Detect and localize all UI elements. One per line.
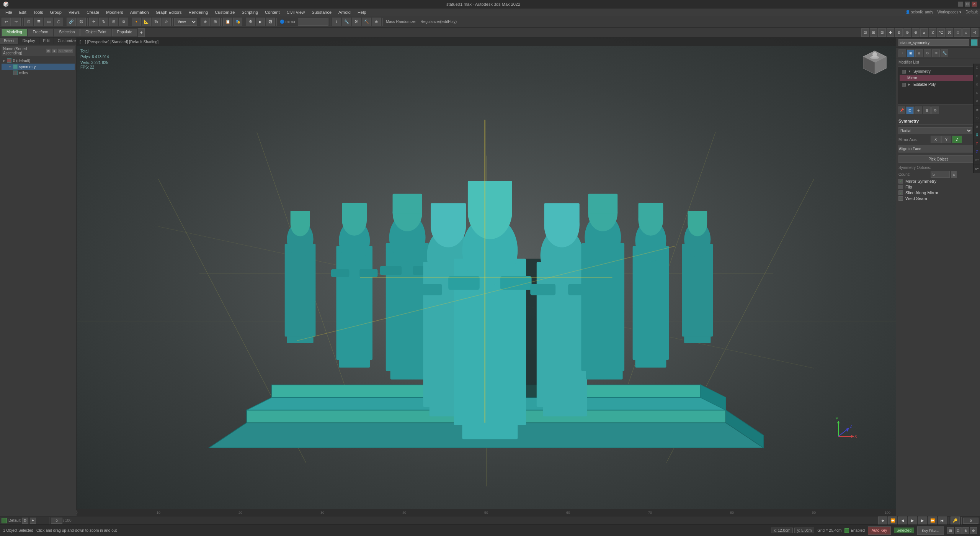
layer-settings-btn[interactable]: ⚙ <box>22 518 28 524</box>
select-object-btn[interactable]: ⊡ <box>24 18 33 26</box>
object-name-input[interactable] <box>898 39 969 46</box>
model-t1[interactable]: ⊡ <box>861 28 869 37</box>
menu-create[interactable]: Create <box>83 9 102 15</box>
modify-panel-btn[interactable]: ⊞ <box>907 49 915 57</box>
time-input[interactable] <box>963 518 978 524</box>
key-filter-btn[interactable]: Key Filter... <box>917 526 944 535</box>
configure-btn[interactable]: ⚙ <box>931 107 939 114</box>
fence-select-btn[interactable]: ⬡ <box>54 18 63 26</box>
layer-manager-btn[interactable]: 📋 <box>223 18 232 26</box>
menu-content[interactable]: Content <box>262 9 283 15</box>
menu-animation[interactable]: Animation <box>127 9 152 15</box>
remove-modifier-btn[interactable]: 🗑 <box>923 107 931 114</box>
angle-snap-btn[interactable]: 📐 <box>142 18 151 26</box>
maximize-button[interactable]: □ <box>965 2 970 7</box>
show-end-result-btn[interactable]: ⊡ <box>906 107 914 114</box>
unlink-btn[interactable]: ⛓ <box>77 18 86 26</box>
move-btn[interactable]: ✛ <box>89 18 98 26</box>
tab-modeling[interactable]: Modeling <box>2 29 27 36</box>
frozen-btn[interactable]: A Frozen <box>58 48 73 54</box>
weld-seam-check[interactable]: ✓ <box>898 196 903 201</box>
far-right-xyz-z[interactable]: Z <box>973 148 980 156</box>
count-input[interactable] <box>931 171 950 178</box>
nav-cube[interactable] <box>861 49 888 76</box>
eye-icon-symmetry[interactable] <box>902 70 906 74</box>
model-t6[interactable]: ⊙ <box>903 28 911 37</box>
create-panel-btn[interactable]: + <box>898 49 906 57</box>
eye-icon-ep[interactable] <box>902 83 906 87</box>
tools5-btn[interactable]: ⊛ <box>372 18 381 26</box>
far-right-btn-6[interactable]: ◉ <box>973 106 980 114</box>
add-tab-btn[interactable]: + <box>138 28 145 37</box>
model-t12[interactable]: ⎅ <box>954 28 962 37</box>
axis-z-btn[interactable]: Z <box>952 136 962 143</box>
tree-filter-btn[interactable]: ≡ <box>52 48 57 54</box>
mini-btn-2[interactable]: ⊡ <box>955 527 962 534</box>
viewport[interactable]: [ + ] [Perspective] [Standard] [Default … <box>77 38 896 510</box>
menu-group[interactable]: Group <box>47 9 65 15</box>
far-right-btn-3[interactable]: ⊗ <box>973 80 980 89</box>
play-btn[interactable]: ▶ <box>908 516 917 525</box>
rotate-btn[interactable]: ↻ <box>99 18 108 26</box>
axis-y-btn[interactable]: Y <box>941 136 951 143</box>
layer-add-btn[interactable]: + <box>30 518 36 524</box>
tab-customize-left[interactable]: Customize <box>54 38 80 44</box>
far-right-xy-btn[interactable]: XY <box>973 156 980 165</box>
menu-civil-view[interactable]: Civil View <box>284 9 308 15</box>
far-right-xyz2[interactable]: XY <box>973 165 980 173</box>
make-unique-btn[interactable]: ◈ <box>915 107 922 114</box>
menu-views[interactable]: Views <box>65 9 83 15</box>
tree-settings-btn[interactable]: ⚙ <box>46 48 51 54</box>
close-button[interactable]: ✕ <box>972 2 977 7</box>
model-t11[interactable]: ⌘ <box>946 28 953 37</box>
far-right-btn-4[interactable]: ⊙ <box>973 89 980 97</box>
workspaces-label[interactable]: Workspaces ▾ <box>938 10 962 14</box>
far-right-btn-1[interactable]: ⊡ <box>973 64 980 72</box>
model-t14[interactable]: ⊲ <box>971 28 978 37</box>
flip-check[interactable] <box>898 185 903 189</box>
model-t8[interactable]: ⌀ <box>920 28 928 37</box>
tab-display[interactable]: Display <box>19 38 39 44</box>
motion-panel-btn[interactable]: ↻ <box>924 49 931 57</box>
count-spinner-up[interactable]: ▲ <box>951 171 957 178</box>
redo-button[interactable]: ↪ <box>11 18 21 26</box>
select-name-btn[interactable]: ☰ <box>34 18 43 26</box>
minimize-button[interactable]: ─ <box>958 2 963 7</box>
mirror-symmetry-check[interactable]: ✓ <box>898 179 903 184</box>
pivot-btn[interactable]: ⊕ <box>201 18 210 26</box>
far-right-btn-5[interactable]: ⊕ <box>973 97 980 106</box>
menu-rendering[interactable]: Rendering <box>186 9 211 15</box>
menu-edit[interactable]: Edit <box>16 9 29 15</box>
frame-input[interactable] <box>51 518 62 524</box>
menu-file[interactable]: File <box>2 9 15 15</box>
tab-populate[interactable]: Populate <box>112 29 137 36</box>
display-panel-btn[interactable]: 👁 <box>932 49 940 57</box>
mirror-input[interactable] <box>298 18 328 26</box>
tab-object-paint[interactable]: Object Paint <box>80 29 111 36</box>
model-t9[interactable]: ⧖ <box>929 28 936 37</box>
prev-key-btn[interactable]: ⏪ <box>888 516 897 525</box>
hierarchy-panel-btn[interactable]: ⊕ <box>915 49 923 57</box>
far-right-btn-8[interactable]: ⧉ <box>973 123 980 131</box>
tab-edit[interactable]: Edit <box>39 38 54 44</box>
curves-btn[interactable]: ⌇ <box>332 18 341 26</box>
menu-substance[interactable]: Substance <box>309 9 335 15</box>
model-t10[interactable]: ⌥ <box>937 28 945 37</box>
spinner-snap-btn[interactable]: ⊙ <box>162 18 171 26</box>
next-key-btn[interactable]: ⏩ <box>928 516 937 525</box>
modifier-editable-poly[interactable]: ▶ Editable Poly <box>900 81 977 88</box>
key-mode-btn[interactable]: 🔑 <box>951 516 960 525</box>
far-right-btn-2[interactable]: ⊞ <box>973 72 980 80</box>
tree-item-milos[interactable]: milos <box>2 70 75 76</box>
squash-btn[interactable]: ⧉ <box>119 18 128 26</box>
render-btn[interactable]: ▶ <box>256 18 265 26</box>
object-color-swatch[interactable] <box>971 39 978 46</box>
render-frame-btn[interactable]: 🖼 <box>266 18 275 26</box>
model-t5[interactable]: ⊗ <box>895 28 903 37</box>
mini-btn-4[interactable]: ⊕ <box>970 527 977 534</box>
far-right-xyz-y[interactable]: Y <box>973 139 980 148</box>
model-t13[interactable]: ⌂ <box>962 28 970 37</box>
menu-graph-editors[interactable]: Graph Editors <box>153 9 185 15</box>
go-end-btn[interactable]: ⏭ <box>938 516 947 525</box>
pin-stack-btn[interactable]: 📌 <box>898 107 905 114</box>
